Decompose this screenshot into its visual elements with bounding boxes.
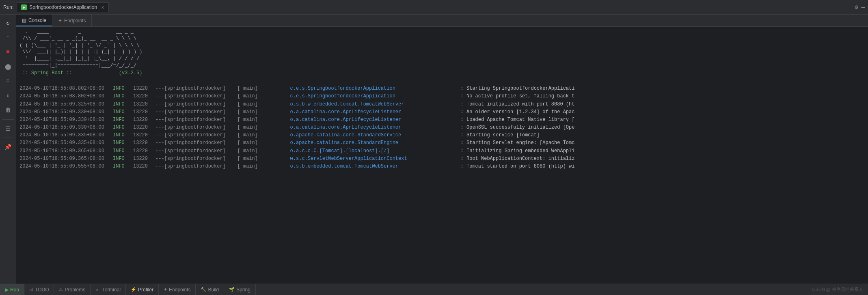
bottom-tab-todo[interactable]: ☑ TODO xyxy=(24,284,54,295)
lines-icon[interactable]: ≡ xyxy=(2,75,15,88)
log-line: 2024-05-10T18:55:09.555+08:00 INFO 13220… xyxy=(19,163,865,170)
build-icon: 🔨 xyxy=(201,287,206,292)
sidebar-divider xyxy=(2,119,14,120)
log-message: : Starting SpringbootfordockerApplicati xyxy=(461,85,575,93)
log-timestamp: 2024-05-10T18:55:09.365+08:00 xyxy=(19,155,113,163)
log-line: 2024-05-10T18:55:09.365+08:00 INFO 13220… xyxy=(19,147,865,155)
log-timestamp: 2024-05-10T18:55:09.365+08:00 xyxy=(19,147,113,155)
bottom-tab-profiler[interactable]: ⚡ Profiler xyxy=(126,284,159,295)
endpoints-bottom-icon: ✦ xyxy=(164,287,167,292)
close-tab-button[interactable]: ✕ xyxy=(101,5,104,10)
todo-icon: ☑ xyxy=(29,287,33,292)
log-app: [springbootfordocker] xyxy=(164,163,238,170)
profiler-icon: ⚡ xyxy=(131,287,136,292)
run-label: Run: xyxy=(3,4,13,10)
log-thread: [ main] xyxy=(238,139,290,147)
log-pid: 13220 xyxy=(133,124,155,131)
spring-icon: 🌱 xyxy=(229,287,235,292)
log-level: INFO xyxy=(113,85,133,93)
run-button[interactable]: ▶ Run xyxy=(0,284,24,295)
log-app: [springbootfordocker] xyxy=(164,139,238,147)
bottom-tabs: ☑ TODO ⚠ Problems >_ Terminal ⚡ Profiler… xyxy=(24,284,812,295)
log-timestamp: 2024-05-10T18:55:09.330+08:00 xyxy=(19,124,113,131)
top-bar: Run: ▶ SpringbootfordockerApplication ✕ … xyxy=(0,0,868,15)
log-level: INFO xyxy=(113,163,133,170)
log-line: 2024-05-10T18:55:09.335+08:00 INFO 13220… xyxy=(19,139,865,147)
log-message: : OpenSSL successfully initialized [Ope xyxy=(461,124,575,131)
delete-icon[interactable]: 🗑 xyxy=(2,104,15,117)
log-class: o.apache.catalina.core.StandardService xyxy=(290,131,461,139)
log-pid: 13220 xyxy=(133,101,155,108)
log-class: o.s.b.w.embedded.tomcat.TomcatWebServer xyxy=(290,101,461,108)
log-app: [springbootfordocker] xyxy=(164,131,238,139)
download-icon[interactable]: ⬇ xyxy=(2,89,15,102)
log-line: 2024-05-10T18:55:09.330+08:00 INFO 13220… xyxy=(19,116,865,124)
log-app: [springbootfordocker] xyxy=(164,124,238,131)
snapshot-icon[interactable]: ⬤ xyxy=(2,60,15,73)
log-line: 2024-05-10T18:55:09.365+08:00 INFO 13220… xyxy=(19,155,865,163)
bottom-tab-terminal[interactable]: >_ Terminal xyxy=(91,284,126,295)
problems-label: Problems xyxy=(65,287,85,293)
log-line: 2024-05-10T18:55:08.802+08:00 INFO 13220… xyxy=(19,93,865,100)
refresh-icon[interactable]: ↻ xyxy=(2,16,15,29)
log-timestamp: 2024-05-10T18:55:08.802+08:00 xyxy=(19,85,113,93)
log-separator: --- xyxy=(155,139,164,147)
log-level: INFO xyxy=(113,131,133,139)
log-timestamp: 2024-05-10T18:55:09.335+08:00 xyxy=(19,139,113,147)
log-separator: --- xyxy=(155,101,164,108)
log-timestamp: 2024-05-10T18:55:09.325+08:00 xyxy=(19,101,113,108)
log-pid: 13220 xyxy=(133,139,155,147)
tab-console[interactable]: ▤ Console xyxy=(16,15,52,26)
minimize-icon[interactable]: — xyxy=(862,4,865,11)
todo-label: TODO xyxy=(35,287,49,293)
bottom-tab-problems[interactable]: ⚠ Problems xyxy=(54,284,91,295)
log-line: 2024-05-10T18:55:09.330+08:00 INFO 13220… xyxy=(19,108,865,116)
spring-version: :: Spring Boot :: (v3.2.5) xyxy=(19,69,865,77)
log-message: : Root WebApplicationContext: initializ xyxy=(461,155,575,163)
run-button-label: Run xyxy=(10,287,19,293)
log-separator: --- xyxy=(155,131,164,139)
log-app: [springbootfordocker] xyxy=(164,85,238,93)
content-area: ▤ Console ✦ Endpoints . ____ _ __ _ _ /\… xyxy=(16,15,868,284)
scroll-up-icon[interactable]: ↑ xyxy=(2,31,15,44)
log-level: INFO xyxy=(113,124,133,131)
bottom-tab-spring[interactable]: 🌱 Spring xyxy=(224,284,256,295)
list-icon[interactable]: ☰ xyxy=(2,122,15,135)
log-pid: 13220 xyxy=(133,116,155,124)
tab-icon: ▶ xyxy=(21,4,27,10)
console-tab-label: Console xyxy=(28,17,46,23)
log-thread: [ main] xyxy=(238,93,290,100)
settings-icon[interactable]: ⚙ xyxy=(855,4,858,11)
console-icon: ▤ xyxy=(22,17,26,23)
bottom-tab-build[interactable]: 🔨 Build xyxy=(196,284,224,295)
log-message: : Tomcat started on port 8080 (http) wi xyxy=(461,163,575,170)
log-separator: --- xyxy=(155,155,164,163)
log-thread: [ main] xyxy=(238,163,290,170)
log-class: o.apache.catalina.core.StandardEngine xyxy=(290,139,461,147)
log-separator: --- xyxy=(155,147,164,155)
log-thread: [ main] xyxy=(238,124,290,131)
log-pid: 13220 xyxy=(133,163,155,170)
pin-icon[interactable]: 📌 xyxy=(2,140,15,153)
log-level: INFO xyxy=(113,93,133,100)
log-pid: 13220 xyxy=(133,93,155,100)
log-class: o.a.catalina.core.AprLifecycleListener xyxy=(290,108,461,116)
bottom-tab-endpoints-bottom[interactable]: ✦ Endpoints xyxy=(159,284,196,295)
console-output[interactable]: . ____ _ __ _ _ /\\ / ___'_ __ _ _(_)_ _… xyxy=(16,27,868,284)
log-pid: 13220 xyxy=(133,155,155,163)
log-thread: [ main] xyxy=(238,101,290,108)
log-thread: [ main] xyxy=(238,116,290,124)
run-tab[interactable]: ▶ SpringbootfordockerApplication ✕ xyxy=(17,2,109,12)
log-timestamp: 2024-05-10T18:55:09.330+08:00 xyxy=(19,116,113,124)
log-message: : Starting service [Tomcat] xyxy=(461,131,540,139)
tab-endpoints[interactable]: ✦ Endpoints xyxy=(52,15,92,26)
log-message: : No active profile set, falling back t xyxy=(461,93,575,100)
log-separator: --- xyxy=(155,124,164,131)
log-message: : An older version [1.2.34] of the Apac xyxy=(461,108,575,116)
log-level: INFO xyxy=(113,155,133,163)
log-separator: --- xyxy=(155,108,164,116)
log-app: [springbootfordocker] xyxy=(164,93,238,100)
log-pid: 13220 xyxy=(133,85,155,93)
log-app: [springbootfordocker] xyxy=(164,108,238,116)
stop-icon[interactable]: ■ xyxy=(2,45,15,58)
